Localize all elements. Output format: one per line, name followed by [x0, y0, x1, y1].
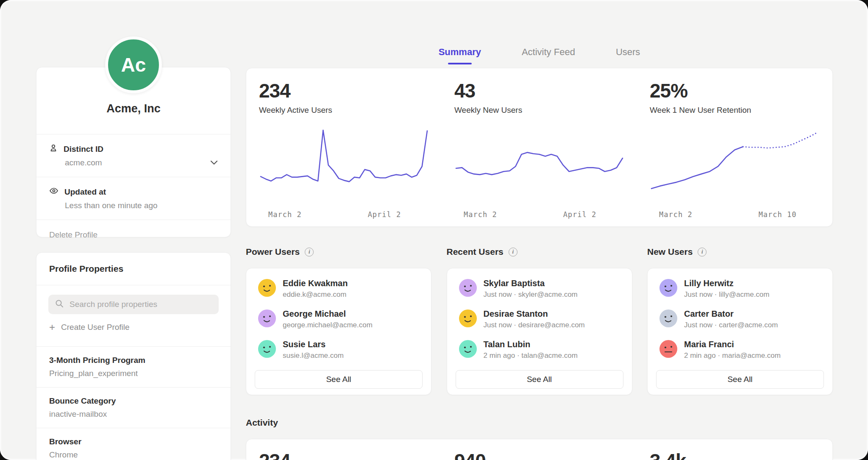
- user-row-maria-franci[interactable]: Maria Franci2 min ago · maria@acme.com: [648, 335, 832, 365]
- user-avatar: [258, 309, 276, 329]
- user-name: Skylar Baptista: [484, 279, 578, 288]
- user-name: Eddie Kwakman: [283, 279, 348, 288]
- x-tick-left: March 2: [659, 210, 693, 219]
- metric-value: 234: [259, 81, 429, 100]
- property-list: 3-Month Pricing ProgramPricing_plan_expe…: [36, 346, 231, 460]
- user-avatar: [258, 279, 276, 298]
- section-new-users: New UsersiLilly HerwitzJust now · lilly@…: [647, 246, 833, 396]
- user-meta: susie.l@acme.com: [283, 351, 344, 360]
- user-meta: Just now · carter@acme.com: [684, 321, 778, 329]
- profile-row-label: Distinct ID: [64, 145, 103, 154]
- metric-weekly-active-users: 234Weekly Active UsersMarch 2April 2: [246, 68, 442, 226]
- user-avatar: [459, 279, 477, 298]
- x-tick-left: March 2: [464, 210, 497, 219]
- tab-activity-feed[interactable]: Activity Feed: [520, 47, 577, 64]
- property-name: Bounce Category: [49, 396, 218, 406]
- profile-row-distinct-id: Distinct IDacme.com: [36, 134, 231, 177]
- x-axis-ticks: March 2April 2: [259, 210, 429, 220]
- profile-row-value: acme.com: [65, 158, 218, 167]
- user-avatar: [258, 340, 276, 360]
- activity-card: 2349403.4k: [246, 439, 833, 460]
- search-profile-properties[interactable]: [48, 295, 219, 314]
- search-input[interactable]: [69, 299, 212, 309]
- create-user-profile-label: Create User Profile: [61, 323, 130, 332]
- user-row-susie-lars[interactable]: Susie Larssusie.l@acme.com: [246, 335, 431, 365]
- property-value: Pricing_plan_experiment: [49, 369, 218, 378]
- user-meta: george.michael@acme.com: [283, 321, 373, 329]
- metric-week-1-new-user-retention: 25%Week 1 New User RetentionMarch 2March…: [637, 68, 832, 226]
- x-tick-left: March 2: [268, 210, 302, 219]
- user-row-skylar-baptista[interactable]: Skylar BaptistaJust now · skyler@acme.co…: [447, 273, 632, 304]
- app-window: Ac Acme, Inc Distinct IDacme.comUpdated …: [0, 0, 868, 460]
- info-icon[interactable]: i: [698, 248, 707, 256]
- property-name: Browser: [49, 437, 218, 446]
- metric-label: Week 1 New User Retention: [650, 106, 820, 115]
- tabs: SummaryActivity FeedUsers: [246, 47, 833, 64]
- search-icon: [55, 299, 64, 309]
- section-title: Power Users: [246, 247, 300, 257]
- see-all-button[interactable]: See All: [255, 370, 423, 389]
- user-meta: Just now · skyler@acme.com: [484, 290, 578, 299]
- user-avatar: [459, 340, 477, 360]
- line-chart: [259, 127, 429, 198]
- metric-label: Weekly New Users: [454, 106, 624, 115]
- activity-metric-value: 234: [259, 451, 429, 460]
- see-all-button[interactable]: See All: [456, 370, 623, 389]
- user-name: Desirae Stanton: [484, 309, 585, 319]
- user-row-talan-lubin[interactable]: Talan Lubin2 min ago · talan@acme.com: [447, 335, 632, 365]
- x-axis-ticks: March 2March 10: [650, 210, 820, 220]
- profile-row-label: Updated at: [64, 187, 106, 197]
- user-name: Susie Lars: [283, 340, 344, 349]
- metric-label: Weekly Active Users: [259, 106, 429, 115]
- line-chart: [454, 127, 624, 198]
- profile-properties-card: Profile Properties + Create User Profile…: [36, 252, 231, 460]
- user-avatar: [659, 279, 677, 298]
- user-meta: eddie.k@acme.com: [283, 290, 348, 299]
- summary-metrics-card: 234Weekly Active UsersMarch 2April 243We…: [246, 68, 833, 227]
- user-meta: Just now · lilly@acme.com: [684, 290, 769, 299]
- user-row-lilly-herwitz[interactable]: Lilly HerwitzJust now · lilly@acme.com: [648, 273, 832, 304]
- user-avatar: [659, 340, 677, 360]
- activity-metric: 234: [246, 439, 442, 460]
- user-name: Maria Franci: [684, 340, 781, 349]
- user-meta: 2 min ago · talan@acme.com: [484, 351, 578, 360]
- metric-weekly-new-users: 43Weekly New UsersMarch 2April 2: [442, 68, 637, 226]
- tab-summary[interactable]: Summary: [437, 47, 483, 64]
- user-meta: Just now · desirare@acme.com: [484, 321, 585, 329]
- user-row-carter-bator[interactable]: Carter BatorJust now · carter@acme.com: [648, 304, 832, 335]
- plus-icon: +: [49, 323, 55, 331]
- profile-properties-title: Profile Properties: [36, 253, 231, 285]
- user-name: Talan Lubin: [484, 340, 578, 349]
- recent-users-card: Skylar BaptistaJust now · skyler@acme.co…: [447, 268, 632, 395]
- line-chart: [650, 127, 820, 198]
- create-user-profile-button[interactable]: + Create User Profile: [49, 323, 218, 332]
- section-recent-users: Recent UsersiSkylar BaptistaJust now · s…: [447, 246, 632, 396]
- tab-users[interactable]: Users: [614, 47, 642, 64]
- property-value: inactive-mailbox: [49, 410, 218, 419]
- info-icon[interactable]: i: [305, 248, 314, 256]
- property-row-3-month-pricing-program: 3-Month Pricing ProgramPricing_plan_expe…: [36, 346, 231, 387]
- metric-value: 43: [454, 81, 624, 100]
- property-name: 3-Month Pricing Program: [49, 356, 218, 365]
- profile-row-value: Less than one minute ago: [65, 201, 218, 210]
- user-avatar: [659, 309, 677, 329]
- activity-metric-value: 940: [454, 451, 624, 460]
- property-row-browser: BrowserChrome: [36, 428, 231, 460]
- see-all-button[interactable]: See All: [656, 370, 824, 389]
- user-row-george-michael[interactable]: George Michaelgeorge.michael@acme.com: [246, 304, 431, 335]
- x-tick-right: April 2: [368, 210, 401, 219]
- user-row-eddie-kwakman[interactable]: Eddie Kwakmaneddie.k@acme.com: [246, 273, 431, 304]
- user-avatar: [459, 309, 477, 329]
- x-axis-ticks: March 2April 2: [454, 210, 624, 220]
- activity-metric-value: 3.4k: [650, 451, 820, 460]
- chevron-down-icon[interactable]: [210, 159, 218, 167]
- delete-profile-button[interactable]: Delete Profile: [36, 220, 231, 250]
- section-title: New Users: [647, 247, 693, 257]
- activity-title: Activity: [246, 418, 278, 428]
- x-tick-right: March 10: [759, 210, 797, 219]
- user-row-desirae-stanton[interactable]: Desirae StantonJust now · desirare@acme.…: [447, 304, 632, 335]
- company-initials: Ac: [121, 53, 146, 76]
- info-icon[interactable]: i: [509, 248, 517, 256]
- metric-value: 25%: [650, 81, 820, 100]
- section-title: Recent Users: [447, 247, 504, 257]
